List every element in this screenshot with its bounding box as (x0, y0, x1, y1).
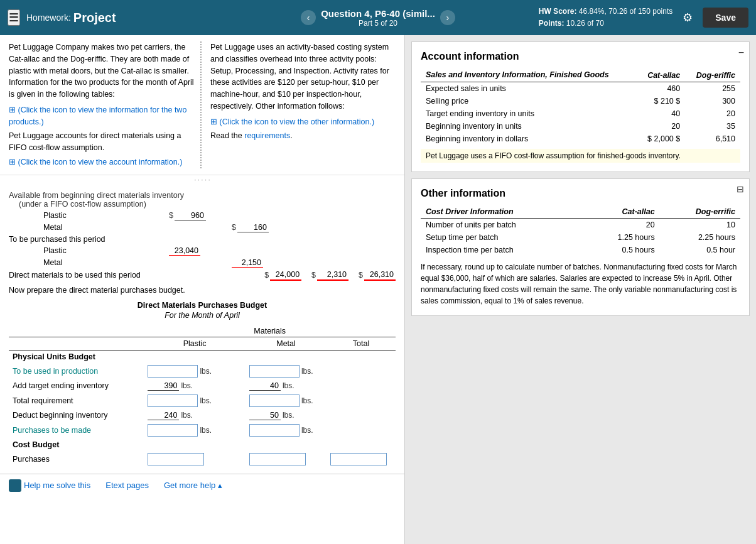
direct-materials-row: Direct materials to be used this period … (9, 270, 396, 281)
homework-label: Homework: (26, 13, 71, 23)
prev-question-button[interactable]: ‹ (301, 10, 316, 25)
total-cost-input[interactable] (330, 453, 387, 465)
cd-cat-col: Cat-allac (583, 205, 660, 219)
plastic-label: Plastic (43, 211, 169, 220)
points-label: Points: (539, 19, 564, 28)
setup-time-dog: 2.25 hours (660, 231, 740, 244)
etext-button[interactable]: Etext pages (105, 481, 149, 490)
target-ending-cat: 40 (637, 107, 685, 120)
metal-deduct-wrap: 50 lbs. (249, 411, 323, 420)
metal-col-header: Metal (246, 337, 327, 350)
hw-score-value: 46.84%, 70.26 of 150 points (579, 7, 672, 16)
available-label: Available from beginning direct material… (9, 191, 396, 200)
main-content: Pet Luggage Company makes two pet carrie… (0, 35, 756, 544)
help-label: Help me solve this (24, 481, 90, 490)
sales-inventory-header: Sales and Inventory Information, Finishe… (421, 68, 637, 82)
lbs-2: lbs. (301, 367, 313, 376)
beginning-inventory-units-label: Beginning inventory in units (421, 120, 637, 133)
lbs-6: lbs. (301, 396, 313, 405)
plastic-dollar: $ (169, 211, 173, 220)
prepare-note: Now prepare the direct material purchase… (9, 286, 396, 295)
metal-amount: 160 (237, 223, 269, 232)
budget-subtitle: For the Month of April (9, 311, 396, 320)
metal-available-row: Metal $ 160 (9, 223, 396, 232)
dots-divider: · · · · · (0, 177, 404, 183)
metal-label: Metal (43, 223, 169, 232)
problem-left-col: Pet Luggage Company makes two pet carrie… (9, 41, 202, 168)
plastic-total-req-input[interactable] (148, 394, 198, 407)
plastic-amount: 960 (175, 211, 206, 220)
beginning-inventory-dollars-cat: $ 2,000 $ (637, 133, 685, 145)
metal-target-wrap: 40 lbs. (249, 381, 323, 391)
plastic-purchase-amount: 23,040 (169, 246, 200, 256)
dm-dollar-2: $ (311, 271, 316, 280)
problem-text: Pet Luggage Company makes two pet carrie… (0, 35, 404, 175)
activity-text: Pet Luggage uses an activity-based costi… (210, 41, 396, 112)
metal-target-value: 40 (249, 381, 281, 391)
dm-dollar-1: $ (264, 271, 269, 280)
account-link[interactable]: (Click the icon to view the account info… (18, 158, 182, 166)
grid-icon-1: ⊞ (9, 106, 16, 114)
hw-score: HW Score: 46.84%, 70.26 of 150 points Po… (539, 6, 672, 30)
physical-units-header: Physical Units Budget (9, 350, 144, 363)
save-button[interactable]: Save (703, 8, 748, 28)
next-question-button[interactable]: › (440, 10, 455, 25)
total-col-header: Total (327, 337, 396, 350)
more-help-label: Get more help ▴ (164, 481, 222, 490)
question-title: Question 4, P6-40 (simil... (321, 8, 435, 19)
selling-price-row: Selling price $ 210 $ 300 (421, 95, 740, 107)
header-right: HW Score: 46.84%, 70.26 of 150 points Po… (502, 6, 748, 30)
plastic-target-value: 390 (148, 381, 179, 391)
plastic-total-req-wrap: lbs. (148, 394, 242, 407)
add-target-label: Add target ending inventory (9, 379, 144, 393)
metal-purchases-wrap: lbs. (249, 424, 323, 437)
other-info-link[interactable]: (Click the icon to view the other inform… (219, 117, 374, 126)
cat-allac-col-header: Cat-allac (637, 68, 685, 82)
lbs-8: lbs. (283, 411, 294, 420)
metal-production-input[interactable] (249, 365, 300, 378)
purchase-label: To be purchased this period (9, 235, 396, 244)
metal-purchases-input[interactable] (249, 424, 300, 437)
inspection-time-label: Inspection time per batch (421, 244, 583, 256)
requirements-label: Read the (210, 131, 242, 140)
plastic-cost-input[interactable] (148, 453, 204, 465)
collapse-other-button[interactable]: ⊟ (737, 184, 744, 194)
plastic-purchase-label: Plastic (43, 246, 169, 255)
fifo-assumption-label: (under a FIFO cost-flow assumption) (9, 200, 396, 209)
lbs-4: lbs. (283, 381, 294, 390)
metal-purchase-label: Metal (43, 258, 169, 267)
minimize-account-button[interactable]: − (738, 47, 744, 58)
lbs-7: lbs. (181, 411, 193, 420)
used-production-label: To be used in production (9, 363, 144, 379)
points-value: 10.26 of 70 (566, 19, 604, 28)
total-requirement-label: Total requirement (9, 393, 144, 409)
materials-header: Materials (144, 325, 396, 337)
help-icon (9, 479, 21, 492)
budget-title: Direct Materials Purchases Budget (9, 301, 396, 310)
settings-icon[interactable]: ⚙ (683, 11, 693, 24)
metal-cost-input[interactable] (249, 453, 306, 465)
selling-price-cat: $ 210 $ (637, 95, 685, 107)
products-link[interactable]: (Click the icon to view the information … (9, 106, 186, 126)
metal-dollar: $ (232, 223, 236, 232)
beginning-inventory-units-dog: 35 (685, 120, 740, 133)
expected-sales-row: Expected sales in units 460 255 (421, 82, 740, 95)
plastic-purchases-input[interactable] (148, 424, 198, 437)
other-info-box: ⊟ Other information Cost Driver Informat… (411, 178, 750, 316)
plastic-target-wrap: 390 lbs. (148, 381, 242, 391)
direct-materials-label: Direct materials to be used this period (9, 271, 141, 280)
requirements-link[interactable]: requirements (244, 131, 290, 140)
lbs-10: lbs. (301, 426, 313, 435)
metal-purchase-amount: 2,150 (232, 258, 263, 268)
grand-total-amount: 26,310 (364, 270, 396, 281)
menu-icon[interactable]: ☰ (8, 9, 20, 26)
metal-total-req-input[interactable] (249, 394, 300, 407)
total-plastic-amount: 24,000 (270, 270, 301, 281)
more-help-button[interactable]: Get more help ▴ (164, 481, 222, 490)
help-solve-button[interactable]: Help me solve this (9, 479, 90, 492)
beginning-inventory-dollars-row: Beginning inventory in dollars $ 2,000 $… (421, 133, 740, 145)
plastic-deduct-value: 240 (148, 411, 179, 420)
plastic-purchase-row: Plastic 23,040 (9, 246, 396, 256)
plastic-production-input[interactable] (148, 365, 198, 378)
target-ending-label: Target ending inventory in units (421, 107, 637, 120)
